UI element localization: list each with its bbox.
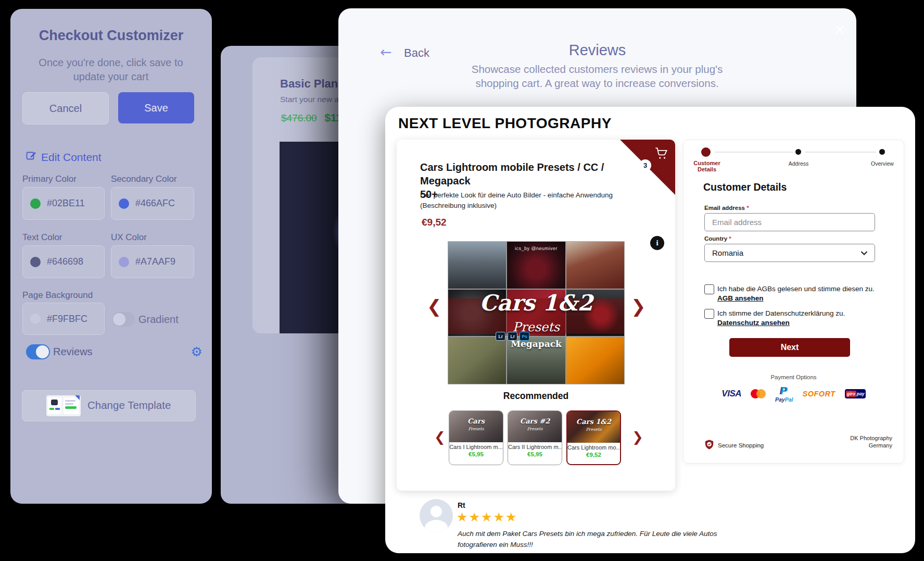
primary-color-field[interactable]: #02BE11 xyxy=(22,187,105,220)
gradient-toggle-knob xyxy=(113,313,125,326)
privacy-text-line: Ich stimme der Datenschutzerklärung zu. xyxy=(717,309,845,317)
text-color-swatch xyxy=(30,257,41,267)
primary-color-value: #02BE11 xyxy=(47,198,85,209)
country-select[interactable]: Romania xyxy=(704,244,875,262)
thumb-subtitle: Presets xyxy=(449,427,503,431)
recommended-item-price: €5,95 xyxy=(449,451,503,457)
cart-icon[interactable] xyxy=(654,146,668,163)
cancel-label: Cancel xyxy=(49,103,82,115)
email-label: Email address * xyxy=(704,205,749,211)
recommended-next-icon[interactable]: ❯ xyxy=(632,429,643,445)
required-asterisk: * xyxy=(729,235,731,242)
save-label: Save xyxy=(144,102,168,114)
carousel-prev-icon[interactable]: ❮ xyxy=(427,296,442,317)
recommended-item-image: Cars Presets xyxy=(449,411,503,442)
recommended-item-image: Cars #2 Presets xyxy=(508,411,562,442)
info-glyph: i xyxy=(656,239,658,247)
secure-shopping-label: Secure Shopping xyxy=(718,442,764,448)
mastercard-icon xyxy=(751,389,766,398)
lightroom-badge-icon: Lr xyxy=(496,332,505,341)
privacy-text: Ich stimme der Datenschutzerklärung zu. … xyxy=(717,309,887,327)
step-dot-overview xyxy=(879,149,885,155)
required-asterisk: * xyxy=(746,205,749,211)
giropay-giro: giro xyxy=(846,391,856,397)
reviews-toggle-knob xyxy=(36,345,49,358)
agb-checkbox[interactable] xyxy=(704,284,714,294)
reviewer-name: Rt xyxy=(458,501,465,509)
paypal-pay: Pay xyxy=(775,396,785,403)
privacy-checkbox[interactable] xyxy=(704,309,714,319)
privacy-link[interactable]: Datenschutz ansehen xyxy=(717,319,790,327)
gradient-toggle[interactable] xyxy=(112,312,135,327)
review-text: Auch mit dem Paket Cars Presets bin ich … xyxy=(458,529,746,551)
reviews-toggle[interactable] xyxy=(26,344,50,359)
page-background-label: Page Background xyxy=(22,290,93,301)
edit-content-button[interactable]: Edit Content xyxy=(26,151,102,164)
change-template-button[interactable]: Change Template xyxy=(22,390,196,421)
text-color-field[interactable]: #646698 xyxy=(22,245,105,278)
recommended-item-name: Cars Lightroom mo... xyxy=(567,444,620,451)
recommended-item-selected[interactable]: Cars 1&2 Presets Cars Lightroom mo... €9… xyxy=(566,410,621,465)
app-badges: Lr Lr Ps xyxy=(496,332,529,341)
save-button[interactable]: Save xyxy=(118,92,194,123)
text-color-label: Text Color xyxy=(22,232,62,243)
sidebar-title: Checkout Customizer xyxy=(10,28,212,44)
thumb-title: Cars 1&2 xyxy=(567,418,620,426)
primary-color-swatch xyxy=(30,198,41,209)
carousel-next-icon[interactable]: ❯ xyxy=(631,296,646,317)
recommended-title: Recommended xyxy=(397,391,675,402)
page-background-value: #F9FBFC xyxy=(47,314,87,325)
giropay-icon: giro pay xyxy=(845,389,866,398)
close-icon[interactable]: ✕ xyxy=(834,22,846,38)
recommended-item-price: €9,52 xyxy=(567,452,620,458)
secondary-color-value: #466AFC xyxy=(135,198,175,209)
modal-subtitle: Showcase collected customers reviews in … xyxy=(462,63,732,90)
secondary-color-label: Secondary Color xyxy=(111,174,177,184)
gradient-label: Gradient xyxy=(138,314,179,326)
collage-title: Cars 1&2 xyxy=(448,290,624,316)
recommended-item[interactable]: Cars #2 Presets Cars II Lightroom m... €… xyxy=(508,410,562,465)
page-background-field[interactable]: #F9FBFC xyxy=(22,303,105,335)
thumb-subtitle: Presets xyxy=(508,427,562,431)
collage-megapack: Megapack xyxy=(448,339,624,349)
secondary-color-swatch xyxy=(119,198,129,209)
edit-icon xyxy=(26,151,36,164)
shop-name: NEXT LEVEL PHOTOGRAPHY xyxy=(398,115,612,132)
sofort-icon: SOFORT xyxy=(802,390,835,398)
step-dot-address xyxy=(795,149,801,155)
reviews-settings-gear-icon[interactable]: ⚙ xyxy=(191,344,202,359)
template-thumbnail xyxy=(46,395,81,416)
recommended-item[interactable]: Cars Presets Cars I Lightroom m... €5,95 xyxy=(449,410,503,465)
email-label-text: Email address xyxy=(704,205,745,211)
merchant-name: DK Photography Germany xyxy=(850,434,892,450)
step-dot-customer-details xyxy=(701,147,711,157)
secondary-color-field[interactable]: #466AFC xyxy=(111,187,194,220)
country-label: Country * xyxy=(704,235,731,242)
merchant-line1: DK Photography xyxy=(850,435,892,441)
ux-color-value: #A7AAF9 xyxy=(135,256,175,267)
step-label-customer-details: Customer Details xyxy=(683,160,730,172)
payment-options-title: Payment Options xyxy=(683,374,904,380)
paypal-icon: P PayPal xyxy=(775,385,793,403)
cancel-button[interactable]: Cancel xyxy=(22,92,109,124)
page-background-swatch xyxy=(30,314,41,324)
paypal-wordmark: PayPal xyxy=(775,397,793,403)
recommended-prev-icon[interactable]: ❮ xyxy=(434,429,446,445)
giropay-pay: pay xyxy=(857,391,865,396)
info-icon[interactable]: i xyxy=(650,236,664,250)
secure-shield-icon xyxy=(705,439,714,452)
lightroom-badge-icon: Lr xyxy=(508,332,517,341)
primary-color-label: Primary Color xyxy=(22,174,77,184)
ux-color-field[interactable]: #A7AAF9 xyxy=(111,245,194,278)
collage-subtitle: Presets xyxy=(448,320,624,334)
email-input[interactable] xyxy=(704,213,875,231)
reviewer-avatar xyxy=(420,499,453,532)
chevron-down-icon xyxy=(860,250,868,258)
checkout-preview-card: NEXT LEVEL PHOTOGRAPHY 3 Cars Lightroom … xyxy=(385,107,915,553)
photoshop-badge-icon: Ps xyxy=(520,332,529,341)
ux-color-label: UX Color xyxy=(111,232,147,243)
next-button[interactable]: Next xyxy=(729,338,850,357)
agb-link[interactable]: AGB ansehen xyxy=(717,294,764,303)
text-color-value: #646698 xyxy=(47,256,83,267)
review-star-rating: ★★★★★ xyxy=(457,510,518,525)
